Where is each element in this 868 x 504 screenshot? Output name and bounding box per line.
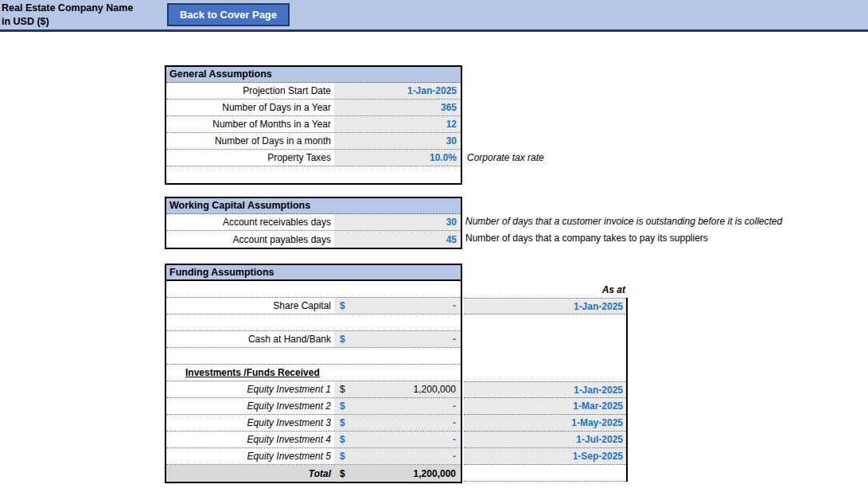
funding-assumptions-title: Funding Assumptions: [166, 265, 461, 281]
empty-cell: [334, 281, 461, 297]
days-in-year-cell[interactable]: 365: [334, 100, 461, 115]
cell-value: -: [453, 451, 456, 462]
equity-investment-5-cell[interactable]: $ -: [334, 448, 461, 464]
dollar-symbol: $: [340, 434, 345, 445]
projection-start-date-cell[interactable]: 1-Jan-2025: [334, 83, 461, 99]
table-row: Equity Investment 5 $ -: [166, 448, 461, 465]
equity-investment-3-cell[interactable]: $ -: [334, 415, 461, 431]
dollar-symbol: $: [340, 400, 345, 412]
equity-investment-1-cell[interactable]: $ 1,200,000: [334, 381, 461, 397]
top-band: Real Estate Company Name in USD ($) Back…: [0, 0, 868, 32]
payable-days-cell[interactable]: 45: [334, 231, 461, 248]
empty-cell: [166, 315, 334, 330]
empty-row: [166, 166, 461, 183]
days-in-month-cell[interactable]: 30: [334, 133, 461, 149]
empty-cell: [166, 166, 334, 183]
row-label: Cash at Hand/Bank: [166, 331, 334, 347]
funding-assumptions-table: Funding Assumptions Share Capital $ - Ca…: [165, 264, 462, 483]
working-capital-table: Working Capital Assumptions Account rece…: [165, 197, 462, 249]
dollar-symbol: $: [340, 334, 345, 345]
row-label: Equity Investment 5: [166, 448, 334, 464]
equity-1-date-cell[interactable]: 1-Jan-2025: [464, 381, 626, 398]
dollar-symbol: $: [340, 451, 345, 462]
table-row: Equity Investment 3 $ -: [166, 415, 461, 432]
empty-cell: [166, 348, 334, 364]
row-label: Equity Investment 3: [166, 415, 334, 431]
row-label: Number of Days in a month: [166, 133, 334, 149]
equity-4-date-cell[interactable]: 1-Jul-2025: [464, 432, 626, 448]
table-row: Number of Days in a month 30: [166, 133, 461, 150]
equity-5-date-cell[interactable]: 1-Sep-2025: [464, 448, 626, 465]
empty-row: [166, 315, 461, 331]
receivable-days-note: Number of days that a customer invoice i…: [465, 213, 782, 230]
payable-days-note: Number of days that a company takes to p…: [465, 230, 708, 247]
empty-cell: [166, 281, 334, 297]
total-value-cell: $ 1,200,000: [334, 465, 461, 482]
as-at-label: As at: [464, 281, 625, 298]
date-column-right-border: [626, 298, 628, 482]
empty-cell: [334, 348, 461, 364]
table-row: Equity Investment 2 $ -: [166, 398, 461, 415]
table-row: Equity Investment 1 $ 1,200,000: [166, 381, 461, 398]
working-capital-title: Working Capital Assumptions: [166, 198, 461, 214]
cell-value: -: [453, 334, 456, 345]
empty-row: [166, 348, 461, 365]
receivable-days-cell[interactable]: 30: [334, 214, 461, 230]
empty-row: [166, 281, 461, 298]
table-row: Equity Investment 4 $ -: [166, 432, 461, 448]
row-label: Account receivables days: [166, 214, 334, 230]
back-to-cover-button[interactable]: Back to Cover Page: [167, 3, 290, 26]
spreadsheet-page: Real Estate Company Name in USD ($) Back…: [0, 0, 868, 504]
company-name: Real Estate Company Name: [2, 2, 133, 15]
table-row: Projection Start Date 1-Jan-2025: [166, 83, 461, 100]
equity-2-date-cell[interactable]: 1-Mar-2025: [464, 398, 626, 415]
title-block: Real Estate Company Name in USD ($): [2, 2, 133, 29]
investments-header: Investments /Funds Received: [166, 365, 461, 381]
cell-value: -: [453, 400, 456, 412]
share-capital-date-cell[interactable]: 1-Jan-2025: [464, 298, 626, 315]
row-label: Share Capital: [166, 298, 334, 314]
equity-investment-2-cell[interactable]: $ -: [334, 398, 461, 414]
dollar-symbol: $: [340, 384, 345, 395]
cash-at-hand-cell[interactable]: $ -: [334, 331, 461, 347]
table-row: Share Capital $ -: [166, 298, 461, 315]
empty-cell: [334, 315, 461, 330]
empty-cell: [334, 166, 461, 183]
equity-investment-4-cell[interactable]: $ -: [334, 432, 461, 447]
investments-header-row: Investments /Funds Received: [166, 365, 461, 381]
row-label: Number of Days in a Year: [166, 100, 334, 115]
row-label: Account payables days: [166, 231, 334, 248]
date-column-empty-cell: [464, 465, 626, 482]
row-label: Property Taxes: [166, 150, 334, 166]
cell-value: 1,200,000: [414, 384, 456, 395]
currency-note: in USD ($): [2, 15, 133, 29]
row-label: Projection Start Date: [166, 83, 334, 99]
dollar-symbol: $: [340, 468, 345, 479]
row-label: Number of Months in a Year: [166, 116, 334, 132]
dollar-symbol: $: [340, 300, 345, 311]
table-row: Account receivables days 30: [166, 214, 461, 231]
total-label: Total: [166, 465, 334, 482]
cell-value: -: [453, 417, 456, 428]
row-label: Equity Investment 1: [166, 381, 334, 397]
row-label: Equity Investment 4: [166, 432, 334, 447]
cell-value: 1,200,000: [414, 468, 456, 479]
cell-value: -: [453, 300, 456, 311]
general-assumptions-table: General Assumptions Projection Start Dat…: [165, 65, 462, 185]
cell-value: -: [453, 434, 456, 445]
total-row: Total $ 1,200,000: [166, 465, 461, 482]
equity-3-date-cell[interactable]: 1-May-2025: [464, 415, 626, 432]
dollar-symbol: $: [340, 417, 345, 428]
share-capital-cell[interactable]: $ -: [334, 298, 461, 314]
table-row: Cash at Hand/Bank $ -: [166, 331, 461, 348]
property-taxes-note: Corporate tax rate: [467, 150, 544, 166]
row-label: Equity Investment 2: [166, 398, 334, 414]
property-taxes-cell[interactable]: 10.0%: [334, 150, 461, 166]
table-row: Number of Days in a Year 365: [166, 100, 461, 116]
general-assumptions-title: General Assumptions: [166, 67, 461, 83]
table-row: Property Taxes 10.0%: [166, 150, 461, 166]
table-row: Number of Months in a Year 12: [166, 116, 461, 133]
months-in-year-cell[interactable]: 12: [334, 116, 461, 132]
table-row: Account payables days 45: [166, 231, 461, 248]
